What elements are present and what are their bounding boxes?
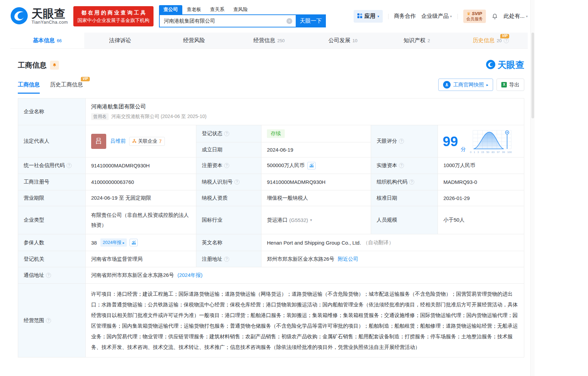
chevron-down-icon[interactable]: ▾ — [310, 218, 312, 222]
help-icon[interactable] — [234, 179, 240, 185]
search-box: × 天眼一下 — [159, 14, 326, 27]
help-icon[interactable] — [66, 163, 72, 168]
scrollbar-thumb[interactable] — [531, 33, 534, 118]
registration-number: 410000000063760 — [86, 174, 196, 190]
account-label: 此处有... — [504, 13, 525, 20]
help-icon[interactable] — [224, 163, 229, 168]
field-label: 国标行业 — [196, 206, 261, 234]
tab-count: 10 — [353, 38, 357, 43]
field-label: 登记状态 — [202, 130, 222, 137]
annual-report-link[interactable]: (2024年报) — [177, 272, 203, 279]
crown-icon: ♛ — [467, 11, 471, 16]
auto-translate-note: （自动翻译） — [363, 239, 394, 246]
company-tab-bar: 基本信息 66 法律诉讼 经营风险 经营信息 250 公司发展 10 知识产权 … — [10, 33, 528, 49]
org-code: MADMRQ93-0 — [438, 174, 524, 190]
tianyan-score-cell[interactable]: 99 分 — [438, 125, 524, 157]
legal-rep-link[interactable]: 吕维前 — [110, 138, 126, 144]
notifications-bell-icon[interactable] — [491, 13, 498, 20]
help-icon[interactable] — [504, 38, 509, 43]
established-date: 2024-06-19 — [261, 142, 371, 157]
tab-count: 20 — [497, 38, 501, 43]
tianyancha-logo[interactable]: 天眼查 TianYanCha.com — [10, 7, 68, 26]
search-tab-risk[interactable]: 查风险 — [229, 5, 252, 14]
tab-basic-info[interactable]: 基本信息 66 — [10, 33, 84, 48]
subtab-business-registration[interactable]: 工商信息 — [18, 81, 40, 94]
help-icon[interactable] — [224, 257, 229, 262]
scrollbar[interactable] — [530, 0, 535, 376]
main-content: 工商信息 天眼查 工商信息 VIP 历史工商信息 — [18, 59, 524, 357]
snapshot-label: 工商官网快照 — [453, 82, 484, 88]
enterprise-products-label: 企业级产品 — [421, 13, 449, 20]
field-label: 组织机构代码 — [377, 179, 407, 185]
tab-intellectual-property[interactable]: 知识产权 2 — [380, 33, 454, 48]
apps-label: 应用 — [365, 13, 376, 20]
help-icon[interactable] — [399, 139, 404, 144]
field-label: 法定代表人 — [18, 125, 86, 157]
vip-badge: VIP — [500, 34, 509, 38]
search-button[interactable]: 天眼一下 — [296, 14, 326, 27]
related-label: 关联企业 — [138, 138, 157, 144]
search-tab-boss[interactable]: 查老板 — [182, 5, 206, 14]
insured-count: 38 — [91, 240, 97, 246]
business-term: 2024-06-19 至 无固定期限 — [86, 190, 196, 206]
watermark-logo: 天眼查 — [486, 59, 524, 71]
watermark-text: 天眼查 — [498, 59, 524, 71]
tab-company-development[interactable]: 公司发展 10 — [306, 33, 380, 48]
help-icon[interactable] — [46, 273, 51, 278]
former-name: 河南交投港航有限公司 (2024-06 至 2025-10) — [111, 114, 207, 120]
top-bar: 天眼查 TianYanCha.com 都 在 用 的 商 业 查 询 工 具 国… — [0, 0, 588, 33]
official-snapshot-button[interactable]: 工商官网快照 ▸ — [438, 79, 493, 91]
field-label: 注册资本 — [202, 162, 222, 169]
svip-member-badge[interactable]: ♛ SVIP 会员服务 — [463, 10, 486, 23]
mailing-address: 河南省郑州市郑东新区金水东路26号 — [91, 272, 174, 279]
status-badge: 存续 — [267, 129, 285, 138]
avatar[interactable]: 吕 — [91, 134, 106, 149]
business-scope: 许可项目：港口经营；建设工程施工；国际道路货物运输；道路货物运输（网络货运）；道… — [86, 284, 524, 357]
account-menu[interactable]: 此处有... ▾ — [504, 13, 528, 20]
nearby-companies-link[interactable]: 附近公司 — [338, 256, 358, 262]
business-cooperation-link[interactable]: 商务合作 — [394, 13, 416, 20]
credit-code: 91410000MADMRQ930H — [86, 157, 196, 174]
apps-grid-icon — [357, 13, 363, 20]
clear-icon[interactable]: × — [286, 18, 292, 24]
search-input[interactable] — [164, 18, 286, 24]
annual-report-badge[interactable]: 2024年报 ▸ — [100, 238, 127, 247]
score-axis-ticks: 0131550839799100 — [470, 151, 512, 154]
tianyancha-logo-icon — [10, 7, 28, 26]
registered-capital: 500000万人民币 — [267, 162, 305, 169]
related-companies-badge[interactable]: 关联企业 7 — [129, 137, 165, 146]
tab-operating-risk[interactable]: 经营风险 — [158, 33, 232, 48]
apps-menu[interactable]: 应用 ▾ — [354, 10, 383, 23]
search-tab-company[interactable]: 查公司 — [159, 5, 182, 14]
help-icon[interactable] — [224, 131, 229, 136]
tab-legal-proceedings[interactable]: 法律诉讼 — [84, 33, 158, 48]
brand-name: 天眼查 — [32, 8, 68, 20]
industry: 货运港口 — [267, 217, 287, 223]
capital-trend-icon[interactable] — [307, 162, 316, 169]
monitor-bell-icon[interactable] — [50, 61, 59, 70]
tab-label: 基本信息 — [33, 37, 55, 44]
excel-icon: X — [501, 82, 507, 87]
field-label: 注册地址 — [202, 256, 222, 262]
field-label: 人员规模 — [371, 206, 438, 234]
english-name: Henan Port and Shipping Group Co., Ltd. — [267, 240, 361, 246]
tab-history-info[interactable]: VIP 历史信息 20 — [454, 33, 528, 48]
help-icon[interactable] — [46, 318, 51, 323]
help-icon[interactable] — [409, 179, 414, 185]
org-chart-icon — [132, 139, 136, 144]
help-icon[interactable] — [399, 163, 404, 168]
former-name-tag: 曾用名 — [91, 113, 109, 120]
subtab-history-registration[interactable]: VIP 历史工商信息 — [50, 81, 83, 94]
tianyancha-logo-icon — [486, 60, 495, 71]
enterprise-products-menu[interactable]: 企业级产品 ▾ — [421, 13, 452, 20]
tab-label: 历史信息 — [473, 37, 494, 44]
tab-business-info[interactable]: 经营信息 250 — [232, 33, 306, 48]
industry-code: (G5532) — [289, 217, 308, 223]
field-label: 经营范围 — [24, 317, 44, 324]
search-tab-relation[interactable]: 查关系 — [206, 5, 229, 14]
field-label: 营业期限 — [18, 190, 86, 206]
export-button[interactable]: X 导出 — [497, 79, 524, 91]
insured-trend-icon[interactable] — [130, 239, 138, 246]
score-value: 99 — [443, 134, 458, 148]
tab-count: 2 — [428, 38, 430, 43]
